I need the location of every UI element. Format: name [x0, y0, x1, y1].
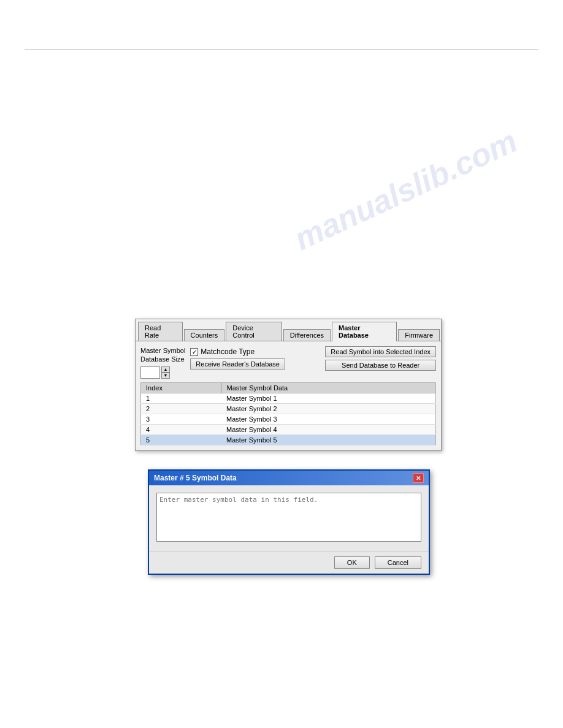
tab-differences[interactable]: Differences: [283, 329, 331, 341]
symbol-table-body: 1Master Symbol 12Master Symbol 23Master …: [141, 393, 436, 445]
spinner-up-btn[interactable]: ▲: [161, 366, 170, 373]
matchcode-row: Matchcode Type: [190, 347, 285, 356]
tab-content-master-database: Master Symbol Database Size 5 ▲ ▼ Matchc…: [136, 341, 441, 450]
right-buttons: Read Symbol into Selected Index Send Dat…: [325, 346, 436, 371]
symbol-table: Index Master Symbol Data 1Master Symbol …: [140, 382, 436, 446]
table-header-row: Index Master Symbol Data: [141, 382, 436, 393]
top-controls-section: Master Symbol Database Size 5 ▲ ▼ Matchc…: [140, 346, 436, 379]
table-cell-index: 4: [141, 424, 222, 434]
dialog-footer: OK Cancel: [149, 551, 429, 574]
middle-controls: Matchcode Type Receive Reader's Database: [190, 346, 285, 370]
matchcode-checkbox[interactable]: [190, 348, 198, 356]
matchcode-label: Matchcode Type: [201, 347, 255, 356]
table-cell-data: Master Symbol 4: [221, 424, 435, 434]
table-cell-index: 2: [141, 403, 222, 414]
table-row[interactable]: 4Master Symbol 4: [141, 424, 436, 434]
page-divider: [25, 49, 538, 50]
table-row[interactable]: 2Master Symbol 2: [141, 403, 436, 414]
db-size-input[interactable]: 5: [140, 366, 160, 379]
db-size-controls: Master Symbol Database Size 5 ▲ ▼: [140, 346, 185, 379]
dialog-close-button[interactable]: ✕: [413, 473, 424, 483]
table-row[interactable]: 5Master Symbol 5: [141, 434, 436, 445]
tab-firmware[interactable]: Firmware: [398, 329, 440, 341]
dialog-body: [149, 485, 429, 551]
db-size-label: Master Symbol Database Size: [140, 346, 185, 364]
table-row[interactable]: 3Master Symbol 3: [141, 414, 436, 424]
tab-read-rate[interactable]: Read Rate: [138, 322, 183, 341]
spinner-down-btn[interactable]: ▼: [161, 373, 170, 379]
table-cell-data: Master Symbol 5: [221, 434, 435, 445]
table-cell-data: Master Symbol 2: [221, 403, 435, 414]
spinner-buttons: ▲ ▼: [161, 366, 170, 379]
dialog-ok-button[interactable]: OK: [334, 556, 370, 569]
dialog-title: Master # 5 Symbol Data: [154, 474, 237, 482]
tab-counters[interactable]: Counters: [184, 329, 225, 341]
send-database-button[interactable]: Send Database to Reader: [325, 360, 436, 371]
table-cell-index: 3: [141, 414, 222, 424]
symbol-data-textarea[interactable]: [156, 493, 421, 542]
dialog-cancel-button[interactable]: Cancel: [375, 556, 421, 569]
dialog-titlebar: Master # 5 Symbol Data ✕: [149, 471, 429, 485]
table-cell-data: Master Symbol 3: [221, 414, 435, 424]
receive-database-button[interactable]: Receive Reader's Database: [190, 358, 285, 370]
watermark: manualslib.com: [289, 123, 523, 257]
table-cell-index: 1: [141, 393, 222, 403]
tab-master-database[interactable]: Master Database: [332, 322, 397, 341]
db-size-spinner: 5 ▲ ▼: [140, 366, 185, 379]
main-window: Read Rate Counters Device Control Differ…: [135, 319, 442, 451]
symbol-data-dialog: Master # 5 Symbol Data ✕ OK Cancel: [148, 469, 430, 575]
tab-device-control[interactable]: Device Control: [226, 322, 282, 341]
table-row[interactable]: 1Master Symbol 1: [141, 393, 436, 403]
table-cell-index: 5: [141, 434, 222, 445]
table-cell-data: Master Symbol 1: [221, 393, 435, 403]
col-header-data: Master Symbol Data: [221, 382, 435, 393]
read-symbol-button[interactable]: Read Symbol into Selected Index: [325, 346, 436, 357]
col-header-index: Index: [141, 382, 222, 393]
tabs-bar: Read Rate Counters Device Control Differ…: [136, 319, 441, 341]
